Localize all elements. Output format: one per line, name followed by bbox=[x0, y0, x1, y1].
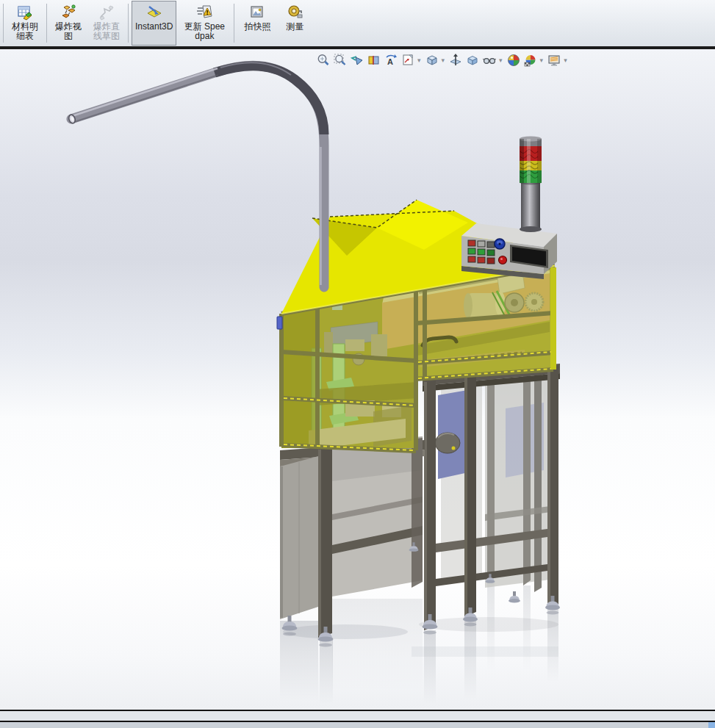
graphics-viewport[interactable]: A ▾ ▾ bbox=[0, 49, 715, 710]
snapshot-icon bbox=[248, 4, 266, 21]
measure-label: 测量 bbox=[282, 22, 307, 32]
panel-button-grid[interactable] bbox=[468, 240, 495, 264]
panel-button-red[interactable] bbox=[499, 256, 507, 264]
exploded-view-button[interactable]: 爆炸视图 bbox=[50, 1, 87, 46]
instant3d-icon bbox=[145, 4, 163, 21]
measure-button[interactable]: 测量 bbox=[279, 1, 311, 46]
door-latch-blue[interactable] bbox=[277, 317, 282, 329]
taskbar-accent[interactable] bbox=[708, 722, 715, 728]
assembly-model[interactable] bbox=[0, 49, 715, 710]
command-toolbar: 材料明细表 爆炸视图 爆炸直线草图 bbox=[0, 0, 715, 46]
model-drum[interactable] bbox=[435, 433, 460, 453]
bom-table-icon bbox=[16, 4, 34, 21]
model-control-panel[interactable] bbox=[461, 223, 557, 279]
snapshot-button[interactable]: 拍快照 bbox=[237, 1, 277, 46]
update-speedpak-icon bbox=[195, 4, 213, 21]
update-speedpak-label: 更新 Speedpak bbox=[182, 22, 227, 42]
bom-table-label: 材料明细表 bbox=[10, 22, 40, 42]
feed-tube-path bbox=[71, 65, 324, 287]
status-bar bbox=[0, 710, 715, 722]
toolbar-separator bbox=[3, 4, 4, 43]
toolbar-separator bbox=[128, 4, 129, 43]
measure-icon bbox=[286, 4, 303, 21]
instant3d-button[interactable]: Instant3D bbox=[132, 1, 176, 46]
exploded-view-label: 爆炸视图 bbox=[54, 22, 83, 42]
model-feed-tube[interactable] bbox=[68, 62, 324, 287]
bom-table-button[interactable]: 材料明细表 bbox=[7, 1, 43, 46]
toolbar-separator bbox=[46, 4, 47, 43]
instant3d-label: Instant3D bbox=[135, 22, 173, 32]
explode-line-sketch-icon bbox=[98, 4, 115, 21]
explode-line-sketch-button: 爆炸直线草图 bbox=[88, 1, 125, 46]
taskbar-strip bbox=[0, 722, 715, 728]
snapshot-label: 拍快照 bbox=[241, 22, 273, 32]
model-signal-tower[interactable] bbox=[520, 137, 542, 233]
exploded-view-icon bbox=[60, 4, 77, 21]
toolbar-separator bbox=[234, 4, 234, 43]
update-speedpak-button[interactable]: 更新 Speedpak bbox=[178, 1, 231, 46]
explode-line-sketch-label: 爆炸直线草图 bbox=[92, 22, 121, 42]
